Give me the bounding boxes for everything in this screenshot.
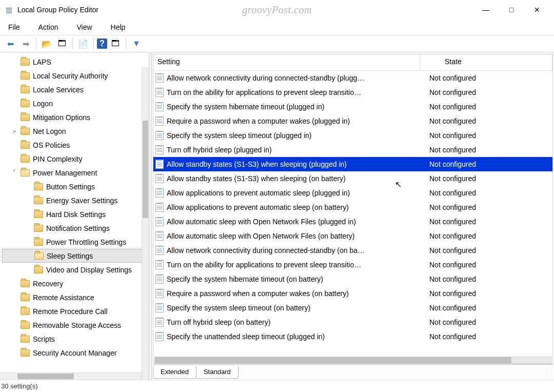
tree-item[interactable]: PIN Complexity bbox=[2, 152, 149, 166]
tree-item[interactable]: Local Security Authority bbox=[2, 69, 149, 83]
cell-state: Not configured bbox=[426, 74, 550, 82]
back-button[interactable]: ⬅ bbox=[3, 37, 17, 50]
status-text: 30 setting(s) bbox=[1, 382, 38, 390]
tree-item[interactable]: Button Settings bbox=[2, 180, 149, 193]
menu-file[interactable]: File bbox=[4, 21, 24, 33]
expand-icon[interactable]: > bbox=[11, 128, 17, 134]
menu-help[interactable]: Help bbox=[107, 21, 130, 33]
policy-icon bbox=[155, 332, 164, 341]
folder-icon bbox=[34, 211, 43, 218]
help-button[interactable]: ? bbox=[97, 38, 107, 49]
cell-setting: Specify the system hibernate timeout (on… bbox=[167, 275, 426, 283]
list-row[interactable]: Require a password when a computer wakes… bbox=[153, 114, 552, 128]
tree-item[interactable]: Mitigation Options bbox=[2, 110, 149, 124]
scrollbar-thumb[interactable] bbox=[155, 357, 511, 363]
policy-icon bbox=[155, 188, 164, 198]
list-row[interactable]: Specify the unattended sleep timeout (pl… bbox=[153, 329, 552, 344]
tab-standard[interactable]: Standard bbox=[196, 366, 239, 379]
list-row[interactable]: Allow standby states (S1-S3) when sleepi… bbox=[153, 157, 552, 171]
tree-item[interactable]: Security Account Manager bbox=[2, 346, 149, 360]
list-row[interactable]: Turn on the ability for applications to … bbox=[153, 85, 552, 100]
policy-icon bbox=[155, 217, 164, 226]
tree-item[interactable]: Remote Assistance bbox=[2, 290, 149, 304]
policy-icon bbox=[155, 318, 164, 327]
scrollbar-thumb[interactable] bbox=[17, 374, 74, 379]
list-row[interactable]: Specify the system sleep timeout (on bat… bbox=[153, 301, 552, 315]
list-row[interactable]: Require a password when a computer wakes… bbox=[153, 286, 552, 301]
policy-icon bbox=[155, 246, 164, 255]
column-header-setting[interactable]: Setting bbox=[153, 54, 420, 70]
scrollbar-thumb[interactable] bbox=[143, 121, 148, 218]
policy-icon bbox=[155, 145, 164, 154]
list-row[interactable]: Specify the system hibernate timeout (on… bbox=[153, 272, 552, 286]
tree-item-label: Video and Display Settings bbox=[46, 266, 132, 274]
tree-item[interactable]: Sleep Settings bbox=[2, 249, 149, 263]
menu-view[interactable]: View bbox=[72, 21, 96, 33]
list-row[interactable]: Allow applications to prevent automatic … bbox=[153, 200, 552, 214]
filter-button[interactable]: ▼ bbox=[129, 37, 144, 50]
cell-setting: Require a password when a computer wakes… bbox=[167, 117, 426, 125]
list-row[interactable]: Allow network connectivity during connec… bbox=[153, 243, 552, 258]
tree-item[interactable]: Hard Disk Settings bbox=[2, 207, 149, 221]
export-list-button[interactable]: 📄 bbox=[76, 37, 90, 50]
maximize-button[interactable]: □ bbox=[499, 2, 524, 18]
cell-setting: Specify the system hibernate timeout (pl… bbox=[167, 103, 426, 111]
tree-item-label: Security Account Manager bbox=[33, 349, 116, 357]
cell-setting: Allow applications to prevent automatic … bbox=[167, 189, 426, 197]
up-button[interactable]: 📂 bbox=[39, 37, 54, 50]
policy-icon bbox=[155, 73, 164, 83]
tree-item[interactable]: OS Policies bbox=[2, 138, 149, 152]
minimize-button[interactable]: ― bbox=[473, 2, 499, 18]
list-body[interactable]: Allow network connectivity during connec… bbox=[153, 71, 552, 357]
tree-item[interactable]: >Net Logon bbox=[2, 124, 149, 138]
column-header-state[interactable]: State bbox=[420, 54, 552, 70]
list-row[interactable]: Specify the system hibernate timeout (pl… bbox=[153, 100, 552, 114]
toolbar: ⬅ ➡ 📂 🗔 📄 ? 🗔 ▼ bbox=[0, 35, 554, 52]
tree-item[interactable]: Logon bbox=[2, 96, 149, 110]
collapse-icon[interactable]: ˅ bbox=[11, 169, 17, 176]
show-hide-action-button[interactable]: 🗔 bbox=[108, 37, 123, 50]
tree-v-scrollbar[interactable] bbox=[142, 67, 149, 380]
list-row[interactable]: Turn on the ability for applications to … bbox=[153, 258, 552, 272]
list-row[interactable]: Allow automatic sleep with Open Network … bbox=[153, 214, 552, 229]
tree-item[interactable]: Video and Display Settings bbox=[2, 263, 149, 277]
list-h-scrollbar[interactable] bbox=[154, 357, 551, 364]
list-row[interactable]: Allow standby states (S1-S3) when sleepi… bbox=[153, 171, 552, 186]
cell-state: Not configured bbox=[426, 232, 550, 240]
cell-setting: Allow network connectivity during connec… bbox=[167, 74, 426, 82]
tree-item[interactable]: Recovery bbox=[2, 277, 149, 290]
tree-item[interactable]: Scripts bbox=[2, 332, 149, 346]
list-row[interactable]: Specify the system sleep timeout (plugge… bbox=[153, 128, 552, 143]
show-hide-tree-button[interactable]: 🗔 bbox=[55, 37, 69, 50]
tree-item[interactable]: ˅Power Management bbox=[2, 166, 149, 180]
tree-h-scrollbar[interactable] bbox=[0, 373, 142, 380]
tree-item[interactable]: Energy Saver Settings bbox=[2, 193, 149, 207]
settings-list: Setting State Allow network connectivity… bbox=[153, 54, 553, 364]
list-row[interactable]: Allow applications to prevent automatic … bbox=[153, 186, 552, 200]
cell-setting: Allow standby states (S1-S3) when sleepi… bbox=[167, 174, 426, 183]
list-row[interactable]: Turn off hybrid sleep (on battery)Not co… bbox=[153, 315, 552, 329]
tree-item[interactable]: Removable Storage Access bbox=[2, 318, 149, 332]
tab-extended[interactable]: Extended bbox=[153, 366, 196, 379]
close-button[interactable]: ✕ bbox=[524, 2, 550, 18]
tree-item[interactable]: Remote Procedure Call bbox=[2, 304, 149, 318]
tree-item[interactable]: Notification Settings bbox=[2, 221, 149, 235]
policy-tree[interactable]: LAPSLocal Security AuthorityLocale Servi… bbox=[0, 53, 149, 373]
tree-item-label: Removable Storage Access bbox=[33, 321, 121, 329]
policy-icon bbox=[155, 131, 164, 140]
tree-item[interactable]: Power Throttling Settings bbox=[2, 235, 149, 249]
cell-state: Not configured bbox=[426, 160, 550, 168]
list-row[interactable]: Allow automatic sleep with Open Network … bbox=[153, 229, 552, 243]
menu-action[interactable]: Action bbox=[34, 21, 63, 33]
cell-setting: Allow network connectivity during connec… bbox=[167, 246, 426, 254]
cell-setting: Allow standby states (S1-S3) when sleepi… bbox=[167, 160, 426, 168]
cell-state: Not configured bbox=[426, 203, 550, 211]
list-row[interactable]: Allow network connectivity during connec… bbox=[153, 71, 552, 85]
folder-icon bbox=[21, 349, 30, 357]
forward-button[interactable]: ➡ bbox=[18, 37, 33, 50]
list-row[interactable]: Turn off hybrid sleep (plugged in)Not co… bbox=[153, 143, 552, 157]
policy-icon bbox=[155, 88, 164, 97]
tree-item[interactable]: LAPS bbox=[2, 55, 149, 69]
toolbar-separator bbox=[93, 38, 94, 49]
tree-item[interactable]: Locale Services bbox=[2, 83, 149, 96]
